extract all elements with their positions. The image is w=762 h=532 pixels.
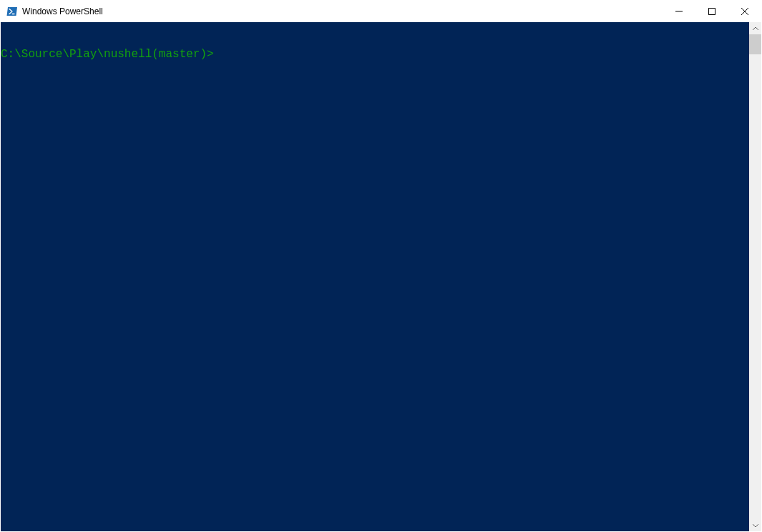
maximize-icon bbox=[708, 8, 715, 15]
vertical-scrollbar[interactable] bbox=[749, 22, 761, 531]
chevron-up-icon bbox=[753, 26, 758, 31]
titlebar[interactable]: Windows PowerShell bbox=[1, 1, 761, 22]
powershell-icon bbox=[6, 6, 18, 17]
scroll-track[interactable] bbox=[749, 34, 761, 519]
scroll-up-button[interactable] bbox=[749, 22, 761, 34]
titlebar-left: Windows PowerShell bbox=[1, 6, 103, 17]
maximize-button[interactable] bbox=[695, 1, 728, 22]
svg-rect-1 bbox=[709, 9, 715, 15]
window-controls bbox=[663, 1, 761, 22]
window-title: Windows PowerShell bbox=[22, 6, 103, 16]
minimize-icon bbox=[675, 8, 683, 15]
chevron-down-icon bbox=[753, 523, 758, 528]
minimize-button[interactable] bbox=[663, 1, 695, 22]
window: Windows PowerShell bbox=[0, 0, 762, 532]
prompt-text: C:\Source\Play\nushell(master)> bbox=[1, 48, 214, 61]
scroll-down-button[interactable] bbox=[749, 519, 761, 531]
close-icon bbox=[741, 8, 748, 15]
scroll-thumb[interactable] bbox=[749, 34, 761, 54]
prompt-line: C:\Source\Play\nushell(master)> bbox=[1, 48, 749, 61]
close-button[interactable] bbox=[728, 1, 761, 22]
cursor bbox=[215, 49, 222, 61]
terminal[interactable]: C:\Source\Play\nushell(master)> bbox=[1, 22, 749, 531]
terminal-area: C:\Source\Play\nushell(master)> bbox=[1, 22, 761, 531]
